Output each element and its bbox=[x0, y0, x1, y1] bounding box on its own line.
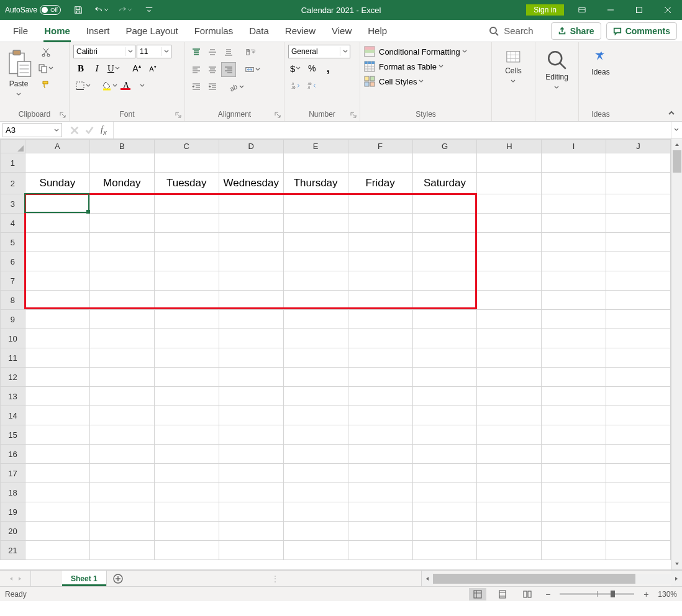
cell-H10[interactable] bbox=[477, 329, 542, 348]
horizontal-scrollbar[interactable] bbox=[421, 571, 682, 586]
row-header-5[interactable]: 5 bbox=[1, 233, 25, 252]
cell-I19[interactable] bbox=[542, 502, 606, 522]
cell-styles-button[interactable]: Cell Styles bbox=[364, 76, 468, 87]
cell-F16[interactable] bbox=[348, 445, 412, 464]
vertical-scrollbar[interactable] bbox=[671, 139, 682, 569]
cell-G21[interactable] bbox=[412, 541, 477, 560]
align-bottom-button[interactable] bbox=[221, 45, 236, 60]
grow-font-button[interactable]: A▴ bbox=[129, 61, 144, 76]
cell-C21[interactable] bbox=[154, 541, 219, 560]
cell-D11[interactable] bbox=[219, 348, 283, 368]
cell-G2[interactable]: Saturday bbox=[412, 173, 477, 194]
cell-F8[interactable] bbox=[348, 291, 412, 310]
cell-I2[interactable] bbox=[542, 173, 606, 194]
row-header-10[interactable]: 10 bbox=[1, 329, 25, 348]
cell-B14[interactable] bbox=[89, 406, 154, 425]
conditional-formatting-button[interactable]: Conditional Formatting bbox=[364, 46, 468, 57]
cell-G13[interactable] bbox=[412, 387, 477, 406]
cell-A19[interactable] bbox=[25, 502, 89, 522]
column-header-H[interactable]: H bbox=[477, 140, 542, 153]
cell-F13[interactable] bbox=[348, 387, 412, 406]
cell-J6[interactable] bbox=[606, 252, 671, 271]
cell-I9[interactable] bbox=[542, 310, 606, 329]
cell-D13[interactable] bbox=[219, 387, 283, 406]
cell-G3[interactable] bbox=[412, 194, 477, 214]
row-header-2[interactable]: 2 bbox=[1, 173, 25, 194]
cell-F10[interactable] bbox=[348, 329, 412, 348]
cell-G1[interactable] bbox=[412, 153, 477, 173]
cell-D19[interactable] bbox=[219, 502, 283, 522]
cell-D18[interactable] bbox=[219, 483, 283, 502]
cell-A6[interactable] bbox=[25, 252, 89, 271]
align-center-button[interactable] bbox=[205, 62, 220, 77]
cell-I15[interactable] bbox=[542, 425, 606, 445]
scroll-up-arrow[interactable] bbox=[671, 139, 682, 150]
cell-J17[interactable] bbox=[606, 464, 671, 483]
cell-I12[interactable] bbox=[542, 368, 606, 387]
cell-F21[interactable] bbox=[348, 541, 412, 560]
cell-J3[interactable] bbox=[606, 194, 671, 214]
cell-A11[interactable] bbox=[25, 348, 89, 368]
cell-B5[interactable] bbox=[89, 233, 154, 252]
spreadsheet-grid[interactable]: ABCDEFGHIJ12SundayMondayTuesdayWednesday… bbox=[0, 139, 671, 560]
cell-E21[interactable] bbox=[283, 541, 348, 560]
row-header-8[interactable]: 8 bbox=[1, 291, 25, 310]
ideas-button[interactable]: Ideas bbox=[591, 45, 609, 76]
cell-D3[interactable] bbox=[219, 194, 283, 214]
cell-J10[interactable] bbox=[606, 329, 671, 348]
cell-I6[interactable] bbox=[542, 252, 606, 271]
font-size-combo[interactable]: 11 bbox=[137, 45, 171, 58]
cell-A5[interactable] bbox=[25, 233, 89, 252]
cell-E2[interactable]: Thursday bbox=[283, 173, 348, 194]
cell-H3[interactable] bbox=[477, 194, 542, 214]
cell-E15[interactable] bbox=[283, 425, 348, 445]
comma-format-button[interactable]: , bbox=[321, 61, 335, 76]
align-right-button[interactable] bbox=[221, 62, 236, 77]
cell-C12[interactable] bbox=[154, 368, 219, 387]
cell-E9[interactable] bbox=[283, 310, 348, 329]
cell-G10[interactable] bbox=[412, 329, 477, 348]
cell-I3[interactable] bbox=[542, 194, 606, 214]
cell-H1[interactable] bbox=[477, 153, 542, 173]
cell-I16[interactable] bbox=[542, 445, 606, 464]
align-middle-button[interactable] bbox=[205, 45, 220, 60]
copy-button[interactable] bbox=[36, 61, 56, 76]
tab-formulas[interactable]: Formulas bbox=[186, 20, 242, 42]
cell-J5[interactable] bbox=[606, 233, 671, 252]
cell-C9[interactable] bbox=[154, 310, 219, 329]
cell-C3[interactable] bbox=[154, 194, 219, 214]
cell-C1[interactable] bbox=[154, 153, 219, 173]
row-header-1[interactable]: 1 bbox=[1, 153, 25, 173]
cell-A1[interactable] bbox=[25, 153, 89, 173]
cut-button[interactable] bbox=[36, 45, 56, 60]
sheet-tab-active[interactable]: Sheet 1 bbox=[62, 571, 107, 586]
qat-customize[interactable] bbox=[139, 0, 159, 20]
cell-C14[interactable] bbox=[154, 406, 219, 425]
underline-button[interactable]: U bbox=[106, 61, 122, 76]
cell-B21[interactable] bbox=[89, 541, 154, 560]
fx-icon[interactable]: fx bbox=[97, 125, 111, 136]
save-icon[interactable] bbox=[68, 0, 88, 20]
cell-H13[interactable] bbox=[477, 387, 542, 406]
cell-D5[interactable] bbox=[219, 233, 283, 252]
cell-J13[interactable] bbox=[606, 387, 671, 406]
cell-I17[interactable] bbox=[542, 464, 606, 483]
cell-B15[interactable] bbox=[89, 425, 154, 445]
cell-B19[interactable] bbox=[89, 502, 154, 522]
cell-D21[interactable] bbox=[219, 541, 283, 560]
column-header-A[interactable]: A bbox=[25, 140, 89, 153]
cell-G19[interactable] bbox=[412, 502, 477, 522]
number-launcher[interactable] bbox=[350, 111, 357, 119]
cell-B18[interactable] bbox=[89, 483, 154, 502]
row-header-21[interactable]: 21 bbox=[1, 541, 25, 560]
cell-J14[interactable] bbox=[606, 406, 671, 425]
cell-G6[interactable] bbox=[412, 252, 477, 271]
cell-B2[interactable]: Monday bbox=[89, 173, 154, 194]
cell-A16[interactable] bbox=[25, 445, 89, 464]
cell-C16[interactable] bbox=[154, 445, 219, 464]
cell-I4[interactable] bbox=[542, 214, 606, 233]
cell-J15[interactable] bbox=[606, 425, 671, 445]
row-header-20[interactable]: 20 bbox=[1, 522, 25, 541]
page-layout-view-button[interactable] bbox=[494, 588, 511, 600]
accounting-format-button[interactable]: $ bbox=[288, 61, 303, 76]
